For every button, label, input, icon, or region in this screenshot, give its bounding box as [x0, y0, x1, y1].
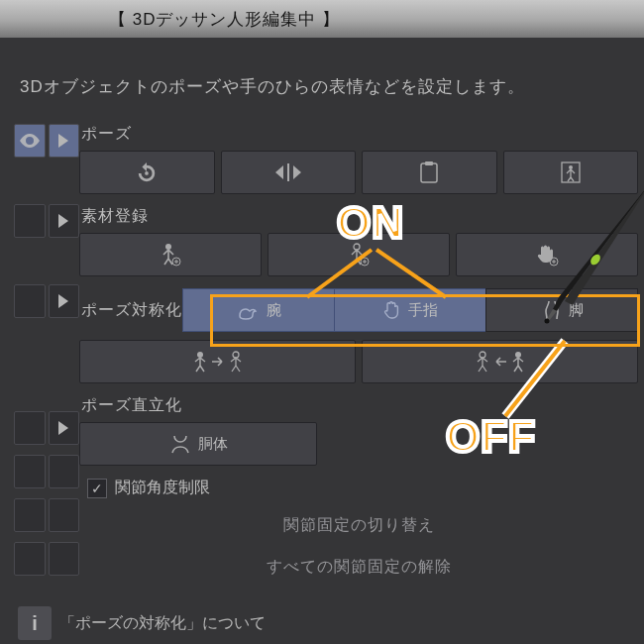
rail-slot[interactable]: [14, 542, 46, 576]
svg-point-13: [480, 352, 485, 358]
rail-slot[interactable]: [49, 542, 80, 576]
person-box-icon: [561, 161, 581, 183]
expand-toggle-upright[interactable]: [49, 411, 80, 445]
expand-toggle-symmetry[interactable]: [49, 284, 80, 318]
register-hand-button[interactable]: [456, 233, 638, 276]
hand-plus-icon: [535, 243, 559, 267]
svg-rect-1: [287, 163, 289, 181]
svg-point-5: [569, 165, 573, 169]
expand-toggle-pose[interactable]: [49, 124, 80, 158]
symmetry-leg-toggle[interactable]: 脚: [485, 288, 638, 332]
checkbox-icon: ✓: [87, 479, 107, 498]
register-pose-button[interactable]: [268, 233, 450, 276]
toggle-joint-fix-button[interactable]: 関節固定の切り替え: [79, 508, 638, 542]
section-label-symmetry: ポーズ対称化: [81, 300, 182, 321]
expand-toggle-material[interactable]: [49, 204, 80, 238]
rail-slot[interactable]: [49, 455, 80, 488]
torso-icon: [168, 433, 192, 455]
register-full-button[interactable]: [79, 233, 262, 276]
symmetry-arm-toggle[interactable]: 腕: [182, 288, 334, 332]
hand-icon: [382, 299, 402, 321]
figure-plus-icon: [160, 243, 181, 267]
joint-limit-checkbox[interactable]: ✓ 関節角度制限: [87, 478, 638, 498]
svg-point-14: [515, 352, 521, 358]
section-label-upright: ポーズ直立化: [81, 395, 638, 416]
default-pose-button[interactable]: [503, 151, 639, 194]
panel-description: 3Dオブジェクトのポーズや手のひらの表情などを設定します。: [0, 38, 644, 124]
mirror-ltr-button[interactable]: [79, 340, 356, 383]
svg-rect-2: [421, 163, 437, 182]
rail-slot[interactable]: [14, 411, 46, 445]
rotate-icon: [136, 161, 158, 183]
visibility-toggle[interactable]: [14, 124, 46, 158]
symmetry-fingers-toggle[interactable]: 手指: [334, 288, 485, 332]
mirror-rtl-button[interactable]: [362, 340, 638, 383]
arm-icon: [237, 300, 261, 320]
clipboard-button[interactable]: [362, 151, 497, 194]
section-label-pose: ポーズ: [81, 124, 638, 145]
release-all-joint-fix-button[interactable]: すべての関節固定の解除: [79, 550, 638, 584]
svg-point-6: [165, 244, 171, 250]
info-icon: i: [18, 606, 52, 640]
info-label: 「ポーズの対称化」について: [59, 613, 266, 634]
rail-slot[interactable]: [14, 204, 46, 238]
pose-plus-icon: [348, 243, 370, 267]
section-label-material: 素材登録: [81, 206, 638, 227]
flip-icon: [275, 162, 301, 182]
upright-torso-button[interactable]: 胴体: [79, 422, 317, 466]
svg-rect-3: [425, 161, 433, 165]
flip-horizontal-button[interactable]: [221, 151, 357, 194]
title-bar: 【 3Dデッサン人形編集中 】: [0, 0, 644, 38]
window-title: 【 3Dデッサン人形編集中 】: [109, 8, 340, 31]
symmetry-segment: 腕 手指 脚: [182, 288, 638, 332]
rail-slot[interactable]: [49, 498, 80, 532]
rail-slot[interactable]: [14, 498, 46, 532]
info-footer: i 「ポーズの対称化」について: [18, 606, 266, 640]
svg-point-0: [145, 171, 149, 175]
svg-point-12: [233, 352, 239, 358]
mirror-rtl-icon: [471, 350, 530, 374]
section-rail: [14, 124, 79, 591]
rail-slot[interactable]: [14, 455, 46, 488]
clipboard-icon: [420, 161, 438, 183]
svg-point-11: [197, 352, 203, 358]
mirror-ltr-icon: [188, 350, 248, 374]
leg-icon: [541, 299, 563, 321]
reset-rotation-button[interactable]: [79, 151, 215, 194]
rail-slot[interactable]: [14, 284, 46, 318]
